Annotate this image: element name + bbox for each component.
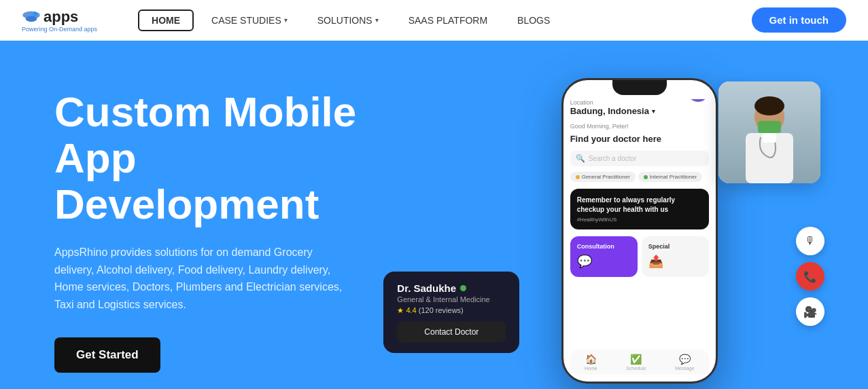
special-card: Special 📤 <box>642 236 709 277</box>
search-icon: 🔍 <box>576 154 585 163</box>
search-bar[interactable]: 🔍 Search a doctor <box>570 151 709 166</box>
tag-general: General Practitioner <box>570 172 636 182</box>
reminder-text: Remember to always regularly checkup you… <box>577 196 702 215</box>
phone-screen: Location Badung, Indonesia ▾ Good Mornin… <box>563 80 716 382</box>
nav-home[interactable]: HOME <box>138 10 194 31</box>
nav-schedule-phone: ✅ Schedule <box>626 354 646 371</box>
nav-case-studies[interactable]: CASE STUDIES ▾ <box>199 11 300 30</box>
nav-links: HOME CASE STUDIES ▾ SOLUTIONS ▾ SAAS PLA… <box>138 10 751 31</box>
get-started-button[interactable]: Get Started <box>54 337 160 373</box>
schedule-icon: ✅ <box>630 354 642 365</box>
find-doctor-text: Find your doctor here <box>570 134 709 144</box>
reminder-hashtag: #HealthyWithUS <box>577 217 702 223</box>
doctor-silhouette <box>718 81 820 183</box>
avatar <box>687 99 709 102</box>
end-call-button[interactable]: 📞 <box>796 262 824 291</box>
video-button[interactable]: 🎥 <box>796 297 824 326</box>
get-in-touch-button[interactable]: Get in touch <box>752 7 847 33</box>
online-indicator <box>460 285 466 291</box>
navbar: apps Powering On-Demand apps HOME CASE S… <box>0 0 868 41</box>
hero-visual: Dr. Sadukhe General & Internal Medicine … <box>356 68 814 389</box>
hero-section: Custom Mobile App Development AppsRhino … <box>0 41 868 389</box>
tag-dot-icon <box>644 175 648 179</box>
doctor-specialty: General & Internal Medicine <box>397 295 506 303</box>
city-name: Badung, Indonesia ▾ <box>570 106 709 116</box>
hero-description: AppsRhino provides solutions for on dema… <box>54 244 347 313</box>
doctor-rating: ★ 4.4 (120 reviews) <box>397 306 506 315</box>
tag-internal: Internal Practitioner <box>638 172 702 182</box>
nav-message-phone: 💬 Message <box>675 354 694 371</box>
mute-icon: 🎙 <box>805 235 816 247</box>
video-icon: 🎥 <box>803 305 817 318</box>
chevron-down-icon: ▾ <box>652 108 655 115</box>
logo-text: apps <box>22 8 97 26</box>
nav-home-phone: 🏠 Home <box>585 354 597 371</box>
message-icon: 💬 <box>679 354 691 365</box>
logo: apps Powering On-Demand apps <box>22 8 97 33</box>
doctor-name: Dr. Sadukhe <box>397 282 506 294</box>
svg-point-1 <box>26 16 37 21</box>
doctor-photo <box>718 81 820 183</box>
svg-point-6 <box>754 96 784 115</box>
chevron-down-icon: ▾ <box>284 16 288 24</box>
nav-blogs[interactable]: BLOGS <box>505 11 562 30</box>
svg-rect-7 <box>758 121 781 133</box>
nav-saas[interactable]: SAAS PLATFORM <box>396 11 500 30</box>
doctor-image-placeholder <box>718 81 820 183</box>
tag-dot-icon <box>576 175 580 179</box>
phone-device: Location Badung, Indonesia ▾ Good Mornin… <box>561 78 718 384</box>
logo-icon <box>22 10 41 24</box>
phone-bottom-nav: 🏠 Home ✅ Schedule 💬 Message <box>570 350 709 375</box>
doctor-info-card: Dr. Sadukhe General & Internal Medicine … <box>383 272 519 353</box>
phone-notch <box>612 80 667 95</box>
speciality-tags: General Practitioner Internal Practition… <box>570 172 709 182</box>
nav-solutions[interactable]: SOLUTIONS ▾ <box>305 11 391 30</box>
chevron-down-icon: ▾ <box>375 16 379 24</box>
special-icon: 📤 <box>648 254 702 269</box>
svg-rect-9 <box>763 133 776 143</box>
svg-point-2 <box>33 12 37 16</box>
hero-title: Custom Mobile App Development <box>54 89 356 228</box>
search-placeholder: Search a doctor <box>589 155 637 162</box>
reminder-card: Remember to always regularly checkup you… <box>570 189 709 229</box>
phone-mockup: Location Badung, Indonesia ▾ Good Mornin… <box>561 78 718 384</box>
service-cards: Consultation 💬 Special 📤 <box>570 236 709 277</box>
greeting-text: Good Morning, Peter! <box>570 123 709 130</box>
logo-subtitle: Powering On-Demand apps <box>22 26 97 33</box>
contact-doctor-button[interactable]: Contact Doctor <box>397 322 506 342</box>
consultation-icon: 💬 <box>577 254 631 269</box>
consultation-card: Consultation 💬 <box>570 236 638 277</box>
home-icon: 🏠 <box>585 354 597 365</box>
mute-button[interactable]: 🎙 <box>796 227 824 255</box>
call-controls: 🎙 📞 🎥 <box>796 227 824 326</box>
hero-content: Custom Mobile App Development AppsRhino … <box>54 89 356 373</box>
phone-icon: 📞 <box>803 270 817 283</box>
